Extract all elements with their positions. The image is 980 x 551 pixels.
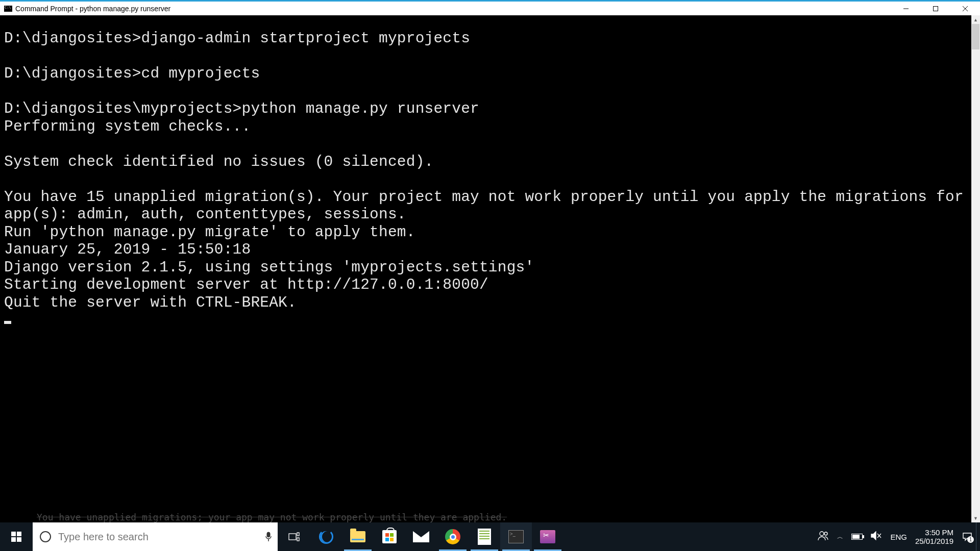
taskbar-app-cmd[interactable] [500,522,532,551]
maximize-button[interactable] [921,2,950,15]
snip-icon [540,530,555,543]
terminal-cursor [4,321,11,324]
mail-icon [413,531,429,542]
taskbar-app-edge[interactable] [310,522,342,551]
taskbar-app-chrome[interactable] [437,522,469,551]
notepad-icon [478,529,491,545]
svg-rect-5 [17,532,21,536]
svg-rect-12 [297,538,299,541]
people-icon[interactable] [818,531,829,543]
minimize-button[interactable] [891,2,921,15]
cortana-icon [40,531,51,542]
windows-logo-icon [11,532,21,542]
cmd-icon [4,6,12,12]
obscured-background-text: You have unapplied migrations; your app … [37,512,507,522]
search-box[interactable] [33,522,278,551]
edge-icon [319,530,333,544]
taskbar-app-snipping-tool[interactable] [532,522,564,551]
terminal-window: You have unapplied migrations; your app … [0,15,980,522]
svg-rect-1 [934,6,938,11]
store-icon [382,530,397,543]
taskbar: ︿ ENG 3:50 PM 25/01/2019 1 [0,522,980,551]
volume-muted-icon[interactable] [871,531,882,543]
show-desktop-button[interactable] [976,522,980,551]
svg-rect-8 [267,532,270,537]
battery-icon[interactable] [851,534,863,540]
vertical-scrollbar[interactable]: ▲ ▼ [971,15,980,522]
clock-time: 3:50 PM [915,528,953,537]
task-view-icon [288,532,300,541]
scroll-down-arrow[interactable]: ▼ [971,514,980,522]
chrome-icon [445,529,460,544]
svg-rect-7 [17,537,21,542]
taskbar-app-notepad[interactable] [469,522,500,551]
system-tray: ︿ ENG 3:50 PM 25/01/2019 1 [815,522,976,551]
action-center-icon[interactable]: 1 [962,531,973,542]
scroll-track[interactable] [971,24,980,514]
svg-point-13 [820,532,824,536]
clock-date: 25/01/2019 [915,537,953,545]
close-button[interactable] [950,2,980,15]
language-indicator[interactable]: ENG [890,533,907,541]
svg-rect-11 [297,533,299,536]
terminal-output[interactable]: D:\djangosites>django-admin startproject… [0,15,971,522]
taskbar-app-store[interactable] [374,522,405,551]
search-input[interactable] [58,531,259,543]
notification-badge: 1 [967,536,974,543]
taskbar-app-file-explorer[interactable] [342,522,374,551]
svg-point-14 [824,532,827,535]
taskbar-app-mail[interactable] [405,522,437,551]
svg-rect-10 [289,534,296,540]
window-titlebar: Command Prompt - python manage.py runser… [0,0,980,15]
scroll-up-arrow[interactable]: ▲ [971,15,980,24]
task-view-button[interactable] [278,522,310,551]
window-title: Command Prompt - python manage.py runser… [15,5,170,13]
svg-rect-4 [11,532,16,536]
svg-rect-6 [11,537,16,542]
clock[interactable]: 3:50 PM 25/01/2019 [915,528,953,546]
tray-overflow-icon[interactable]: ︿ [837,533,843,541]
scroll-thumb[interactable] [972,24,979,49]
start-button[interactable] [0,522,33,551]
mic-icon[interactable] [259,532,278,542]
folder-icon [350,531,365,542]
cmd-taskbar-icon [508,530,524,543]
